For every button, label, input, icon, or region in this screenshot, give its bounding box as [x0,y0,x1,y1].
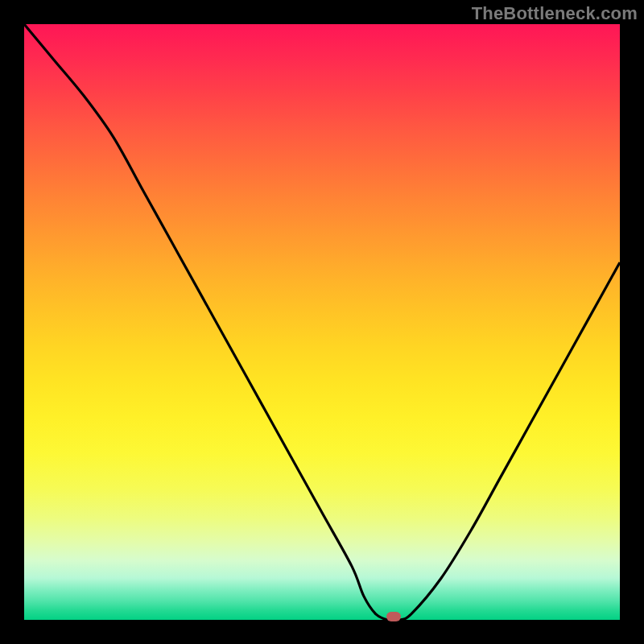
bottleneck-curve [24,24,620,620]
curve-path [24,24,620,620]
minimum-marker [386,612,401,621]
plot-area [24,24,620,620]
chart-frame: TheBottleneck.com [0,0,644,644]
watermark-text: TheBottleneck.com [472,3,638,24]
